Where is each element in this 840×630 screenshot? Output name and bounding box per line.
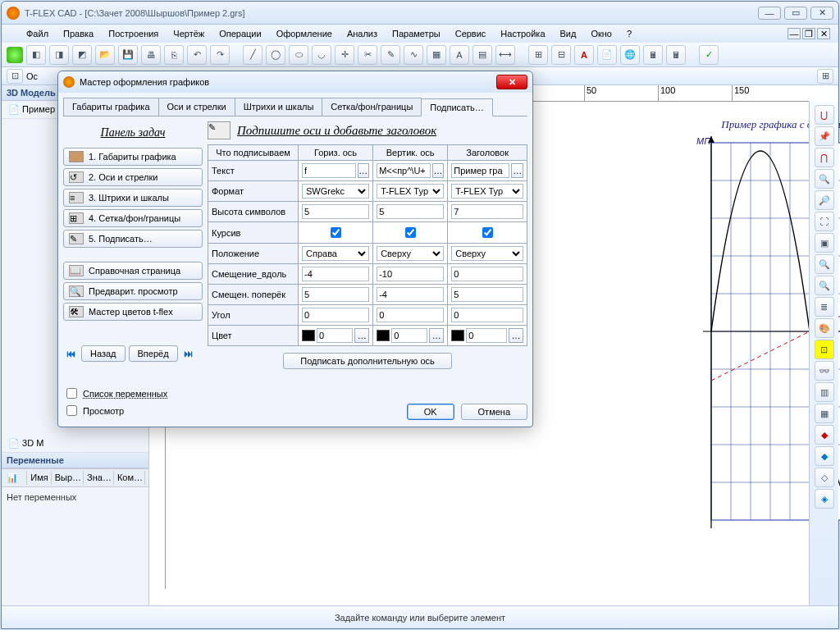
magnet2-icon[interactable]: ⋂ [815,148,834,167]
italic-v-check[interactable] [405,227,416,238]
menu-ops[interactable]: Операции [212,27,267,40]
zoom-out-icon[interactable]: 🔎 [815,190,834,210]
menu-file[interactable]: Файл [20,27,55,40]
menu-view[interactable]: Вид [554,27,583,40]
menu-window[interactable]: Окно [584,27,619,40]
color-v-browse[interactable]: … [429,328,444,343]
text-v-browse[interactable]: … [432,163,445,178]
cube-blue-icon[interactable]: ◆ [815,446,834,466]
height-h-input[interactable] [302,204,369,219]
step-5[interactable]: ✎5. Подписать… [63,230,203,248]
layer-icon[interactable]: ≣ [815,297,834,317]
stack-icon[interactable]: ▥ [815,382,834,402]
color-v-input[interactable] [391,328,427,343]
tab-ticks[interactable]: Штрихи и шкалы [235,98,323,116]
zoom-icon[interactable]: 🔍 [815,276,834,295]
tool-copy[interactable]: ⎘ [164,45,184,65]
menu-edit[interactable]: Правка [57,27,100,40]
text-t-browse[interactable]: … [511,163,523,178]
tool-arc[interactable]: ◡ [312,45,331,65]
offcross-v-input[interactable] [377,287,444,302]
tool-calc2[interactable]: 🖩 [666,45,686,65]
height-v-input[interactable] [377,204,444,219]
cube-red-icon[interactable]: ◆ [815,425,834,445]
magnet-icon[interactable]: ⋃ [815,105,834,125]
text-v-input[interactable] [377,163,431,178]
last-icon[interactable]: ⏭ [181,346,196,361]
lp-3dm-tab[interactable]: 📄 3D М [2,435,148,453]
zoom-in-icon[interactable]: 🔍 [815,169,834,189]
offcross-h-input[interactable] [302,287,369,302]
back-button[interactable]: Назад [81,345,126,362]
menu-draw[interactable]: Чертёж [167,27,211,40]
tool-hatch[interactable]: ▦ [427,45,446,65]
tool-text[interactable]: A [450,45,469,65]
menu-help[interactable]: ? [620,27,638,40]
angle-v-input[interactable] [377,308,444,322]
lp-vars-header[interactable]: Переменные [2,453,148,468]
tab-dimensions[interactable]: Габариты графика [63,98,159,116]
menu-settings[interactable]: Настройка [494,27,551,40]
toggle-icon[interactable]: ⊡ [815,340,834,359]
dialog-titlebar[interactable]: Мастер оформления графиков ✕ [58,71,532,93]
tool-dim[interactable]: ⟷ [495,45,515,65]
tool-spline[interactable]: ∿ [404,45,423,65]
tab-axes[interactable]: Оси и стрелки [158,98,235,116]
angle-h-input[interactable] [302,308,369,322]
height-t-input[interactable] [451,204,523,219]
close-button[interactable]: ✕ [810,7,833,20]
tool-print[interactable]: 🖶 [141,45,161,65]
text-h-input[interactable] [302,163,356,178]
step-2[interactable]: ↺2. Оси и стрелки [63,168,203,186]
offalong-v-input[interactable] [377,267,444,281]
tool-pencil[interactable]: ✎ [381,45,400,65]
glasses-icon[interactable]: 👓 [815,361,834,381]
fit-icon[interactable]: ⛶ [815,212,834,231]
search-icon[interactable]: 🔍 [815,254,834,274]
tool-cube1[interactable]: ◧ [26,45,46,65]
tool-line[interactable]: ╱ [243,45,262,65]
varlist-checkbox[interactable]: Список переменных [63,386,167,401]
tool-table[interactable]: ▤ [472,45,492,65]
preview-checkbox[interactable]: Просмотр [63,403,167,418]
offcross-t-input[interactable] [451,287,523,302]
tab-labels[interactable]: Подписать… [421,98,492,116]
extra-axis-button[interactable]: Подписать дополнительную ось [283,353,452,369]
pos-h-select[interactable]: Справа [302,246,369,261]
check-icon[interactable] [7,47,23,63]
cancel-button[interactable]: Отмена [461,404,527,420]
tool-save[interactable]: 💾 [118,45,138,65]
tool-group1[interactable]: ⊞ [528,45,548,65]
minimize-button[interactable]: — [758,7,781,20]
color-wizard-button[interactable]: 🛠Мастер цветов t-flex [63,303,203,321]
format-t-select[interactable]: T-FLEX Typ [451,184,523,199]
tool-scissors[interactable]: ✂ [358,45,377,65]
doc-restore[interactable]: ❐ [802,28,815,39]
tool-aa[interactable]: A [574,45,594,65]
tool-ellipse[interactable]: ⬭ [289,45,308,65]
color-h-input[interactable] [317,328,353,343]
dialog-close-button[interactable]: ✕ [496,75,527,89]
menu-params[interactable]: Параметры [386,27,447,40]
color-h-browse[interactable]: … [354,328,369,343]
forward-button[interactable]: Вперёд [129,345,178,362]
pos-t-select[interactable]: Сверху [451,246,523,261]
tool-undo[interactable]: ↶ [187,45,207,65]
tool-redo[interactable]: ↷ [210,45,230,65]
cube-solid-icon[interactable]: ◈ [815,489,834,509]
text-t-input[interactable] [451,163,509,178]
doc-minimize[interactable]: — [788,28,801,39]
color-t-browse[interactable]: … [509,328,523,343]
palette-icon[interactable]: 🎨 [815,318,834,338]
step-4[interactable]: ⊞4. Сетка/фон/границы [63,209,203,227]
menu-analysis[interactable]: Анализ [340,27,384,40]
color-t-input[interactable] [466,328,507,343]
text-h-browse[interactable]: … [358,163,370,178]
pos-v-select[interactable]: Сверху [377,246,444,261]
tool-sec-1[interactable]: ⊡ [7,69,23,84]
menu-design[interactable]: Оформление [270,27,339,40]
tab-grid[interactable]: Сетка/фон/границы [322,98,422,116]
pin-icon[interactable]: 📌 [815,126,834,146]
italic-t-check[interactable] [482,227,493,238]
tool-cube2[interactable]: ◨ [49,45,69,65]
